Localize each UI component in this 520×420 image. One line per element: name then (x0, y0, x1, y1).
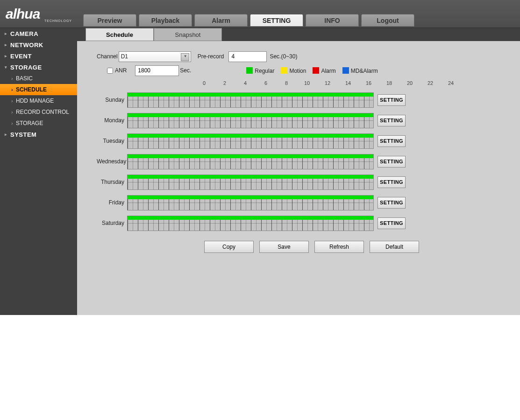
day-setting-button-tuesday[interactable]: SETTING (378, 135, 406, 147)
day-setting-button-monday[interactable]: SETTING (378, 115, 406, 126)
legend: RegularMotionAlarmMD&Alarm (240, 67, 378, 74)
default-button[interactable]: Default (370, 241, 419, 253)
bottom-buttons: CopySaveRefreshDefault (77, 233, 520, 253)
anr-label: ANR (115, 67, 127, 74)
legend-label-regular: Regular (255, 67, 274, 74)
nav-tab-alarm[interactable]: Alarm (194, 14, 248, 27)
regular-bar (128, 196, 373, 199)
schedule-panel: Channel D1 Pre-record Sec.(0~30) ANR Sec… (77, 41, 520, 315)
sidebar-item-record-control[interactable]: RECORD CONTROL (0, 106, 77, 118)
nav-tab-info[interactable]: INFO (306, 14, 359, 27)
sidebar-storage[interactable]: STORAGE (0, 62, 77, 73)
sidebar-item-storage[interactable]: STORAGE (0, 118, 77, 129)
sidebar-camera[interactable]: CAMERA (0, 28, 77, 39)
day-label: Sunday (97, 97, 127, 103)
day-row-wednesday: WednesdaySETTING (97, 151, 520, 172)
day-grid-tuesday[interactable] (127, 133, 374, 149)
regular-bar (128, 216, 373, 220)
hour-tick-8: 8 (285, 80, 288, 86)
day-setting-button-friday[interactable]: SETTING (378, 197, 406, 209)
hour-tick-18: 18 (386, 80, 392, 86)
day-setting-button-wednesday[interactable]: SETTING (378, 156, 406, 168)
prerecord-hint: Sec.(0~30) (270, 53, 297, 60)
day-grid-sunday[interactable] (127, 92, 374, 108)
day-row-monday: MondaySETTING (97, 110, 520, 131)
tab-snapshot[interactable]: Snapshot (154, 28, 222, 41)
day-grid-friday[interactable] (127, 195, 374, 210)
legend-swatch-mdalarm (342, 67, 349, 74)
day-grid-saturday[interactable] (127, 216, 374, 231)
legend-swatch-motion (281, 67, 287, 74)
anr-unit: Sec. (180, 67, 191, 74)
nav-tab-logout[interactable]: Logout (361, 14, 414, 27)
refresh-button[interactable]: Refresh (314, 241, 364, 253)
channel-label: Channel (97, 53, 118, 60)
legend-swatch-regular (246, 67, 253, 74)
copy-button[interactable]: Copy (204, 241, 254, 253)
brand-logo: alhua TECHNOLOGY (2, 3, 77, 25)
hour-scale: 024681012141618202224 (0, 80, 520, 89)
hour-tick-4: 4 (244, 80, 247, 86)
regular-bar (128, 134, 373, 138)
day-label: Tuesday (97, 138, 127, 144)
hour-tick-20: 20 (407, 80, 413, 86)
channel-value: D1 (121, 53, 128, 60)
legend-swatch-alarm (313, 67, 319, 74)
day-label: Wednesday (97, 158, 127, 165)
anr-input[interactable] (135, 65, 179, 76)
hour-tick-2: 2 (223, 80, 226, 86)
day-row-tuesday: TuesdaySETTING (97, 131, 520, 151)
content-area: ScheduleSnapshot Channel D1 Pre-record S… (77, 28, 520, 315)
day-grid-monday[interactable] (127, 113, 374, 128)
legend-label-alarm: Alarm (321, 67, 335, 74)
prerecord-label: Pre-record (198, 53, 224, 60)
anr-checkbox[interactable] (107, 68, 113, 74)
sidebar-item-hdd-manage[interactable]: HDD MANAGE (0, 95, 77, 106)
day-label: Friday (97, 199, 127, 206)
brand-subtext: TECHNOLOGY (44, 19, 72, 22)
hour-tick-24: 24 (448, 80, 454, 86)
day-setting-button-thursday[interactable]: SETTING (378, 176, 406, 188)
regular-bar (128, 154, 373, 158)
day-row-sunday: SundaySETTING (97, 90, 520, 110)
inner-tabs: ScheduleSnapshot (77, 28, 520, 41)
day-setting-button-sunday[interactable]: SETTING (378, 94, 406, 106)
schedule-grid: 024681012141618202224 SundaySETTINGMonda… (77, 77, 520, 233)
sidebar-network[interactable]: NETWORK (0, 39, 77, 50)
legend-label-motion: Motion (289, 67, 306, 74)
save-button[interactable]: Save (259, 241, 309, 253)
day-grid-wednesday[interactable] (127, 154, 374, 169)
day-row-friday: FridaySETTING (97, 192, 520, 213)
hour-tick-6: 6 (264, 80, 267, 86)
top-bar: alhua TECHNOLOGY PreviewPlaybackAlarmSET… (0, 0, 520, 28)
main-nav: PreviewPlaybackAlarmSETTINGINFOLogout (83, 0, 414, 28)
sidebar-event[interactable]: EVENT (0, 50, 77, 62)
nav-tab-preview[interactable]: Preview (83, 14, 136, 27)
regular-bar (128, 93, 373, 97)
brand-text: alhua (6, 6, 40, 22)
sidebar-item-schedule[interactable]: SCHEDULE (0, 84, 77, 95)
hour-tick-16: 16 (366, 80, 371, 86)
hour-tick-12: 12 (325, 80, 330, 86)
sidebar-system[interactable]: SYSTEM (0, 129, 77, 140)
day-label: Monday (97, 117, 127, 124)
day-row-thursday: ThursdaySETTING (97, 172, 520, 192)
hour-tick-0: 0 (203, 80, 206, 86)
hour-tick-10: 10 (304, 80, 310, 86)
regular-bar (128, 175, 373, 179)
day-label: Thursday (97, 179, 127, 185)
channel-select[interactable]: D1 (119, 51, 191, 62)
day-setting-button-saturday[interactable]: SETTING (378, 217, 406, 229)
day-grid-thursday[interactable] (127, 175, 374, 190)
legend-label-mdalarm: MD&Alarm (351, 67, 378, 74)
hour-tick-22: 22 (427, 80, 433, 86)
sidebar-item-basic[interactable]: BASIC (0, 73, 77, 84)
day-label: Saturday (97, 220, 127, 226)
sidebar: CAMERANETWORKEVENTSTORAGEBASICSCHEDULEHD… (0, 28, 77, 315)
tab-schedule[interactable]: Schedule (85, 28, 154, 41)
nav-tab-playback[interactable]: Playback (139, 14, 192, 27)
hour-tick-14: 14 (345, 80, 351, 86)
regular-bar (128, 113, 373, 117)
nav-tab-setting[interactable]: SETTING (250, 14, 303, 27)
prerecord-input[interactable] (228, 51, 267, 62)
